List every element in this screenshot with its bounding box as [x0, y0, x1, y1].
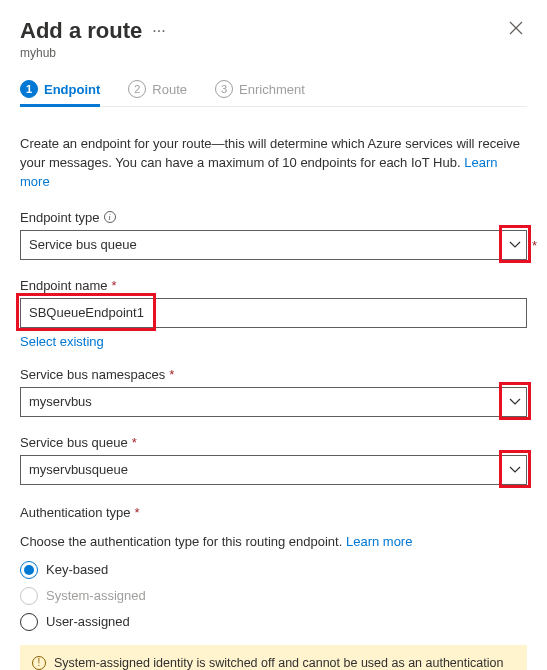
endpoint-type-label: Endpoint type i: [20, 210, 527, 225]
step-enrichment[interactable]: 3 Enrichment: [215, 80, 305, 106]
more-actions-icon[interactable]: ···: [152, 23, 165, 39]
auth-radio-user-assigned[interactable]: User-assigned: [20, 613, 527, 631]
warning-banner: ! System-assigned identity is switched o…: [20, 645, 527, 670]
sb-queue-select[interactable]: myservbusqueue: [20, 455, 527, 485]
resource-subtitle: myhub: [20, 46, 166, 60]
step-label: Route: [152, 82, 187, 97]
step-number-icon: 1: [20, 80, 38, 98]
radio-icon: [20, 587, 38, 605]
radio-icon: [20, 613, 38, 631]
endpoint-type-select[interactable]: Service bus queue: [20, 230, 527, 260]
radio-label: System-assigned: [46, 588, 146, 603]
learn-more-link[interactable]: Learn more: [346, 534, 412, 549]
sb-namespaces-label: Service bus namespaces *: [20, 367, 527, 382]
close-button[interactable]: [505, 18, 527, 40]
endpoint-name-label: Endpoint name *: [20, 278, 527, 293]
auth-radio-key-based[interactable]: Key-based: [20, 561, 527, 579]
step-number-icon: 3: [215, 80, 233, 98]
sb-namespaces-select[interactable]: myservbus: [20, 387, 527, 417]
auth-radio-system-assigned: System-assigned: [20, 587, 527, 605]
auth-type-label: Authentication type *: [20, 505, 527, 520]
radio-label: User-assigned: [46, 614, 130, 629]
endpoint-name-input[interactable]: [20, 298, 527, 328]
required-indicator: *: [532, 237, 537, 252]
info-icon[interactable]: i: [104, 211, 116, 223]
step-label: Endpoint: [44, 82, 100, 97]
auth-description: Choose the authentication type for this …: [20, 534, 527, 549]
step-number-icon: 2: [128, 80, 146, 98]
section-description: Create an endpoint for your route—this w…: [20, 135, 527, 192]
warning-text: System-assigned identity is switched off…: [54, 655, 515, 670]
sb-queue-label: Service bus queue *: [20, 435, 527, 450]
radio-label: Key-based: [46, 562, 108, 577]
page-title: Add a route: [20, 18, 142, 44]
wizard-steps: 1 Endpoint 2 Route 3 Enrichment: [20, 80, 527, 107]
select-existing-link[interactable]: Select existing: [20, 334, 104, 349]
step-endpoint[interactable]: 1 Endpoint: [20, 80, 100, 106]
step-label: Enrichment: [239, 82, 305, 97]
step-route[interactable]: 2 Route: [128, 80, 187, 106]
radio-icon: [20, 561, 38, 579]
warning-icon: !: [32, 656, 46, 670]
